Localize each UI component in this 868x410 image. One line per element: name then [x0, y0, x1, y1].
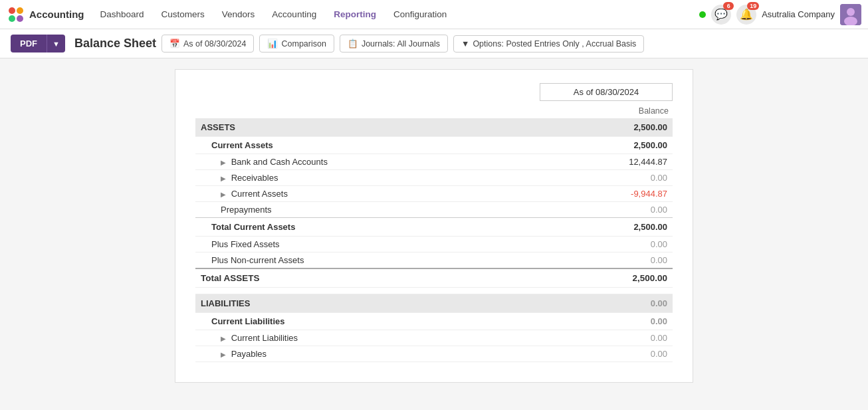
current-liabilities-amount: 0.00: [593, 313, 673, 330]
report-table: ASSETS 2,500.00 Current Assets 2,500.00 …: [195, 118, 673, 362]
assets-header-amount: 2,500.00: [593, 118, 673, 137]
avatar-icon: [840, 4, 861, 25]
bank-cash-label: ▶ Bank and Cash Accounts: [195, 154, 593, 170]
svg-point-1: [17, 7, 23, 14]
assets-label: ASSETS: [195, 118, 593, 137]
current-assets-group: Current Assets 2,500.00: [195, 137, 673, 154]
main-content: As of 08/30/2024 Balance ASSETS 2,500.00…: [0, 58, 868, 405]
nav-item-customers[interactable]: Customers: [154, 5, 213, 23]
online-status-dot: [699, 11, 706, 18]
receivables-amount: 0.00: [593, 170, 673, 186]
bank-cash-amount: 12,444.87: [593, 154, 673, 170]
messages-badge: 6: [723, 2, 734, 10]
journals-filter-button[interactable]: 📋 Journals: All Journals: [340, 35, 448, 52]
filter-icon: ▼: [461, 39, 469, 49]
date-filter-button[interactable]: 📅 As of 08/30/2024: [162, 35, 255, 52]
comparison-filter-button[interactable]: 📊 Comparison: [259, 35, 334, 52]
current-assets-label: Current Assets: [195, 137, 593, 154]
expand-icon: ▶: [221, 351, 226, 358]
company-name-label[interactable]: Asutralia Company: [762, 9, 835, 19]
brand-name: Accounting: [29, 9, 84, 20]
calendar-icon: 📅: [169, 39, 180, 49]
plus-noncurrent-assets-row: Plus Non-current Assets 0.00: [195, 253, 673, 269]
nav-item-configuration[interactable]: Configuration: [385, 5, 455, 23]
prepayments-row: Prepayments 0.00: [195, 202, 673, 218]
total-assets-label: Total ASSETS: [195, 268, 593, 288]
nav-item-vendors[interactable]: Vendors: [214, 5, 263, 23]
svg-point-2: [9, 15, 15, 22]
plus-noncurrent-assets-amount: 0.00: [593, 253, 673, 269]
nav-item-accounting[interactable]: Accounting: [264, 5, 324, 23]
svg-point-0: [9, 7, 15, 14]
options-filter-label: Options: Posted Entries Only , Accrual B…: [473, 39, 636, 49]
svg-point-5: [847, 8, 855, 16]
total-current-assets-row: Total Current Assets 2,500.00: [195, 218, 673, 237]
notifications-button[interactable]: 🔔 19: [736, 5, 756, 25]
comparison-filter-label: Comparison: [281, 39, 326, 49]
plus-fixed-assets-label: Plus Fixed Assets: [195, 237, 593, 253]
balance-col-label: Balance: [592, 106, 671, 116]
plus-fixed-assets-amount: 0.00: [593, 237, 673, 253]
current-liabilities-label: Current Liabilities: [195, 313, 593, 330]
current-assets-sub-label: ▶ Current Assets: [195, 186, 593, 202]
receivables-label: ▶ Receivables: [195, 170, 593, 186]
plus-fixed-assets-row: Plus Fixed Assets 0.00: [195, 237, 673, 253]
expand-icon: ▶: [221, 159, 226, 166]
chart-icon: 📊: [267, 39, 278, 49]
report-col-header: Balance: [195, 106, 673, 116]
current-liabilities-sub-amount: 0.00: [593, 330, 673, 346]
bank-cash-row[interactable]: ▶ Bank and Cash Accounts 12,444.87: [195, 154, 673, 170]
current-liabilities-sub-row[interactable]: ▶ Current Liabilities 0.00: [195, 330, 673, 346]
messages-button[interactable]: 💬 6: [711, 5, 731, 25]
user-avatar[interactable]: [840, 4, 861, 25]
brand-icon: [7, 5, 25, 24]
payables-amount: 0.00: [593, 346, 673, 362]
nav-right-area: 💬 6 🔔 19 Asutralia Company: [699, 4, 861, 25]
prepayments-amount: 0.00: [593, 202, 673, 218]
current-assets-amount: 2,500.00: [593, 137, 673, 154]
date-filter-label: As of 08/30/2024: [183, 39, 247, 49]
expand-icon: ▶: [221, 335, 226, 342]
payables-label: ▶ Payables: [195, 346, 593, 362]
receivables-row[interactable]: ▶ Receivables 0.00: [195, 170, 673, 186]
pdf-dropdown-button[interactable]: ▼: [47, 35, 65, 52]
notifications-badge: 19: [747, 2, 759, 10]
current-assets-sub-amount: -9,944.87: [593, 186, 673, 202]
payables-row[interactable]: ▶ Payables 0.00: [195, 346, 673, 362]
nav-item-reporting[interactable]: Reporting: [326, 5, 384, 23]
page-title: Balance Sheet: [74, 37, 156, 51]
liabilities-label: LIABILITIES: [195, 294, 593, 313]
top-navigation: Accounting Dashboard Customers Vendors A…: [0, 0, 868, 29]
plus-noncurrent-assets-label: Plus Non-current Assets: [195, 253, 593, 269]
current-liabilities-sub-label: ▶ Current Liabilities: [195, 330, 593, 346]
current-assets-sub-row[interactable]: ▶ Current Assets -9,944.87: [195, 186, 673, 202]
pdf-button-group: PDF ▼: [11, 35, 65, 52]
liabilities-header-amount: 0.00: [593, 294, 673, 313]
liabilities-section-header: LIABILITIES 0.00: [195, 294, 673, 313]
svg-point-3: [17, 15, 23, 22]
section-spacer: [195, 288, 673, 294]
expand-icon: ▶: [221, 175, 226, 182]
report-container: As of 08/30/2024 Balance ASSETS 2,500.00…: [175, 69, 693, 383]
pdf-main-button[interactable]: PDF: [11, 35, 47, 52]
nav-item-dashboard[interactable]: Dashboard: [92, 5, 152, 23]
brand-logo[interactable]: Accounting: [7, 5, 84, 24]
prepayments-label: Prepayments: [195, 202, 593, 218]
current-liabilities-group: Current Liabilities 0.00: [195, 313, 673, 330]
total-assets-row: Total ASSETS 2,500.00: [195, 268, 673, 288]
journal-icon: 📋: [348, 39, 358, 49]
total-current-assets-label: Total Current Assets: [195, 218, 593, 237]
expand-icon: ▶: [221, 191, 226, 198]
journals-filter-label: Journals: All Journals: [362, 39, 440, 49]
date-box: As of 08/30/2024: [540, 83, 673, 101]
total-current-assets-amount: 2,500.00: [593, 218, 673, 237]
report-toolbar: PDF ▼ Balance Sheet 📅 As of 08/30/2024 📊…: [0, 29, 868, 58]
total-assets-amount: 2,500.00: [593, 268, 673, 288]
assets-section-header: ASSETS 2,500.00: [195, 118, 673, 137]
options-filter-button[interactable]: ▼ Options: Posted Entries Only , Accrual…: [453, 35, 644, 52]
report-date-header: As of 08/30/2024: [195, 83, 673, 101]
